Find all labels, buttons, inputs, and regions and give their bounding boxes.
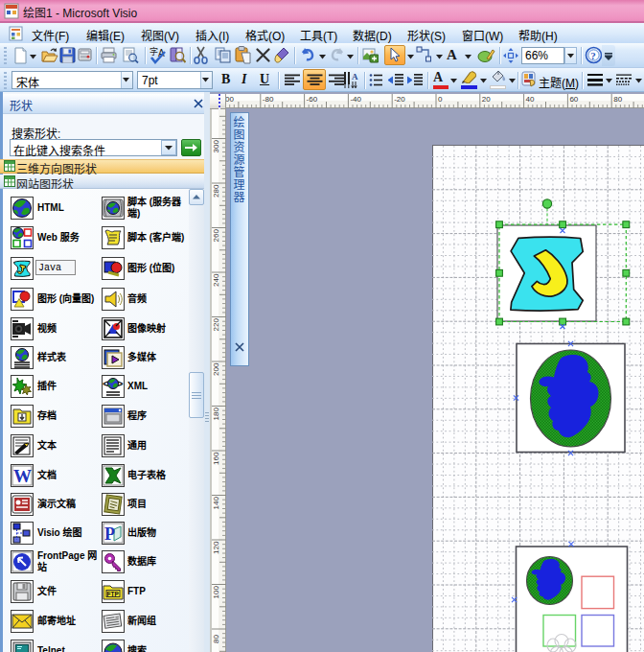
svg-text:-100: -100	[226, 95, 235, 104]
svg-text:-40: -40	[350, 95, 361, 104]
svg-text:0: 0	[438, 95, 443, 104]
svg-text:W: W	[13, 466, 32, 486]
svg-text:180: 180	[212, 408, 220, 421]
svg-text:60: 60	[569, 95, 578, 104]
svg-text:?: ?	[590, 50, 596, 61]
svg-text:80: 80	[212, 635, 220, 643]
svg-text:140: 140	[212, 497, 220, 510]
svg-text:20: 20	[482, 95, 491, 104]
svg-text:A: A	[352, 72, 358, 82]
svg-text:120: 120	[212, 541, 220, 554]
svg-text:220: 220	[212, 318, 220, 332]
svg-text:100: 100	[212, 586, 220, 599]
svg-text:字: 字	[150, 46, 158, 57]
svg-text:80: 80	[613, 95, 622, 104]
svg-text:240: 240	[212, 273, 220, 287]
svg-text:40: 40	[526, 95, 535, 104]
svg-text:-20: -20	[394, 95, 405, 104]
svg-text:-80: -80	[263, 95, 274, 104]
svg-text:300: 300	[212, 140, 220, 153]
svg-text:-60: -60	[307, 95, 318, 104]
svg-text:200: 200	[212, 362, 220, 376]
svg-text:160: 160	[212, 452, 220, 465]
svg-text:260: 260	[212, 229, 220, 243]
svg-text:FTP: FTP	[107, 591, 120, 597]
svg-text:P: P	[104, 524, 115, 544]
svg-text:280: 280	[212, 184, 220, 198]
